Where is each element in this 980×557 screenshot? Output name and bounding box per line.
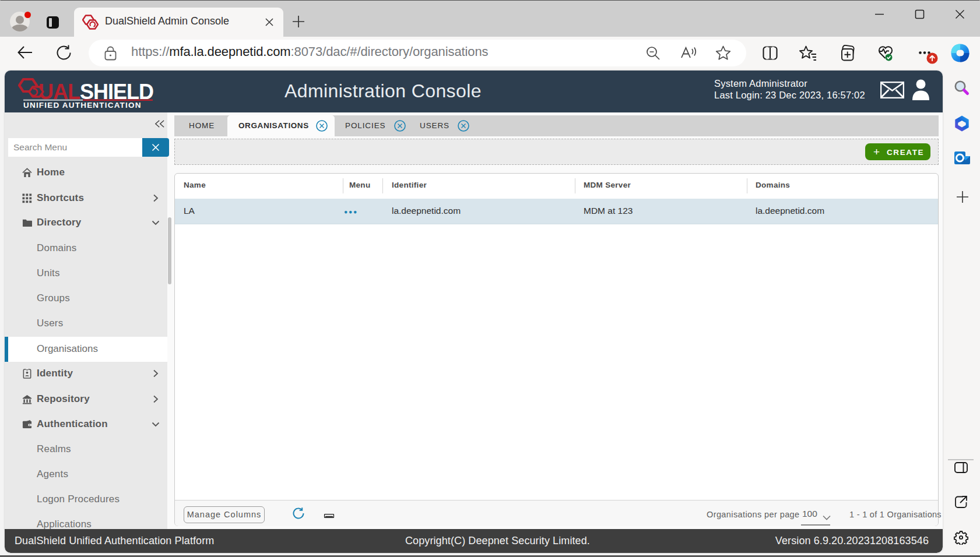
svg-text:UNIFIED AUTHENTICATION: UNIFIED AUTHENTICATION [23, 101, 142, 110]
